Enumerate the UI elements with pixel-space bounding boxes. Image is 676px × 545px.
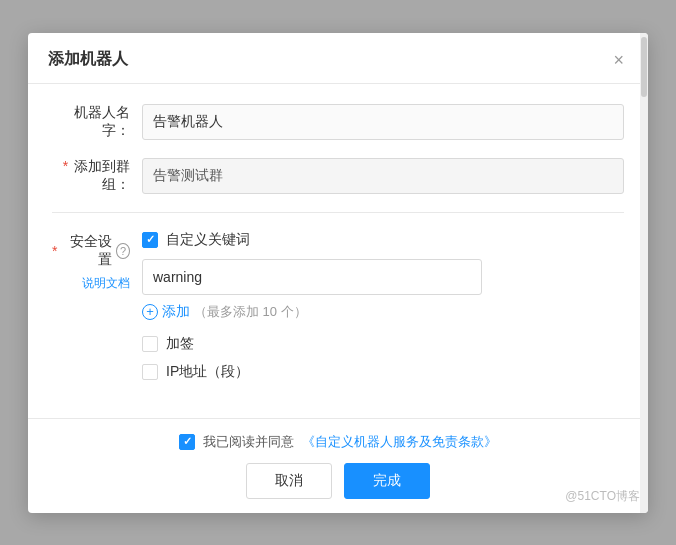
keyword-input[interactable] — [142, 259, 482, 295]
custom-keyword-checkbox[interactable]: ✓ — [142, 232, 158, 248]
robot-name-label: 机器人名字： — [52, 104, 142, 140]
robot-name-row: 机器人名字： — [52, 104, 624, 140]
footer-buttons: 取消 完成 — [246, 463, 430, 499]
agreement-checkbox[interactable]: ✓ — [179, 434, 195, 450]
security-content: ✓ 自定义关键词 + 添加 （最多添加 10 个） — [142, 231, 624, 391]
tag-row: 加签 — [142, 335, 624, 353]
divider — [52, 212, 624, 213]
required-star: * — [63, 158, 68, 174]
security-section: * 安全设置 ? 说明文档 ✓ 自定义关键词 — [52, 231, 624, 391]
agreement-row: ✓ 我已阅读并同意 《自定义机器人服务及免责条款》 — [179, 433, 497, 451]
group-input[interactable] — [142, 158, 624, 194]
robot-name-input[interactable] — [142, 104, 624, 140]
dialog-title: 添加机器人 — [48, 49, 128, 70]
add-circle-icon: + — [142, 304, 158, 320]
dialog: 添加机器人 × 机器人名字： * 添加到群组： — [28, 33, 648, 513]
agreement-checkmark: ✓ — [183, 435, 192, 448]
tag-checkbox[interactable] — [142, 336, 158, 352]
ip-label: IP地址（段） — [166, 363, 249, 381]
required-star-2: * — [52, 243, 57, 259]
close-button[interactable]: × — [609, 49, 628, 71]
group-label: * 添加到群组： — [52, 158, 142, 194]
scrollbar-thumb — [641, 37, 647, 97]
add-link[interactable]: + 添加 （最多添加 10 个） — [142, 303, 624, 321]
keyword-input-wrapper — [142, 259, 624, 303]
add-hint: （最多添加 10 个） — [194, 303, 307, 321]
ip-row: IP地址（段） — [142, 363, 624, 381]
dialog-body: 机器人名字： * 添加到群组： * 安全设置 ? — [28, 84, 648, 418]
custom-keyword-row: ✓ 自定义关键词 — [142, 231, 624, 249]
watermark: @51CTO博客 — [565, 488, 640, 505]
dialog-header: 添加机器人 × — [28, 33, 648, 84]
scrollbar[interactable] — [640, 33, 648, 513]
custom-keyword-label: 自定义关键词 — [166, 231, 250, 249]
group-row: * 添加到群组： — [52, 158, 624, 194]
overlay: 添加机器人 × 机器人名字： * 添加到群组： — [0, 0, 676, 545]
agreement-text: 我已阅读并同意 — [203, 433, 294, 451]
dialog-footer: ✓ 我已阅读并同意 《自定义机器人服务及免责条款》 取消 完成 — [28, 418, 648, 513]
security-label: * 安全设置 ? — [52, 233, 130, 269]
help-icon[interactable]: ? — [116, 243, 130, 259]
agreement-link[interactable]: 《自定义机器人服务及免责条款》 — [302, 433, 497, 451]
ip-checkbox[interactable] — [142, 364, 158, 380]
confirm-button[interactable]: 完成 — [344, 463, 430, 499]
security-label-col: * 安全设置 ? 说明文档 — [52, 231, 142, 391]
cancel-button[interactable]: 取消 — [246, 463, 332, 499]
tag-label: 加签 — [166, 335, 194, 353]
doc-link[interactable]: 说明文档 — [52, 275, 130, 292]
checkmark: ✓ — [146, 233, 155, 246]
